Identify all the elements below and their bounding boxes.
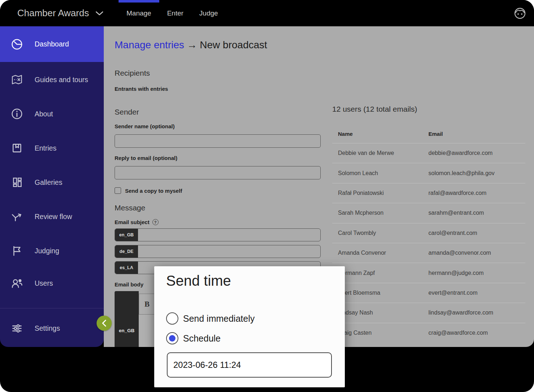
bold-button[interactable]: B	[144, 300, 150, 309]
user-name: Hermann Zapf	[332, 270, 428, 276]
flag-icon	[11, 245, 23, 257]
sidebar-item-settings[interactable]: Settings	[0, 318, 104, 338]
recipients-heading: Recipients	[115, 69, 150, 77]
user-email: hermann@judge.com	[428, 270, 525, 276]
user-email: sarahm@entrant.com	[428, 210, 525, 216]
user-name: Rafał Poniatowski	[332, 190, 428, 196]
sidebar: Dashboard Guides and tours About Entri	[0, 26, 104, 347]
user-name: Sarah Mcpherson	[332, 210, 428, 216]
sidebar-label-galleries: Galleries	[35, 178, 62, 187]
sidebar-collapse-button[interactable]	[97, 316, 112, 331]
radio-unselected-icon[interactable]	[166, 312, 178, 325]
locale-tag-en-gb: en_GB	[115, 229, 138, 241]
sidebar-item-dashboard[interactable]: Dashboard	[0, 26, 104, 62]
nav-manage-label: Manage	[126, 9, 151, 17]
send-copy-checkbox[interactable]	[115, 187, 121, 194]
user-email: carol@entrant.com	[428, 230, 525, 236]
user-name: Craig Casten	[332, 330, 428, 336]
app-window: Chamber Awards Manage Enter Judge Dashb	[0, 0, 534, 392]
breadcrumb: Manage entries → New broadcast	[115, 39, 267, 51]
user-name: Lindsay Nash	[332, 309, 428, 316]
email-subject-label: Email subject	[115, 219, 150, 225]
locale-tag-es-la: es_LA	[115, 262, 138, 274]
user-email: lindsay@awardforce.com	[428, 309, 525, 316]
account-switcher[interactable]: Chamber Awards	[17, 0, 103, 26]
subject-row-en-gb: en_GB	[115, 228, 321, 241]
reply-to-input[interactable]	[115, 166, 321, 179]
help-icon[interactable]: ?	[152, 219, 159, 225]
table-row: Lindsay Nash lindsay@awardforce.com	[332, 303, 525, 322]
sidebar-item-galleries[interactable]: Galleries	[0, 172, 104, 192]
map-icon	[11, 74, 23, 86]
funnel-arrow-icon	[11, 210, 23, 223]
sidebar-label-about: About	[35, 110, 53, 118]
brand-name: Chamber Awards	[17, 8, 89, 19]
sidebar-item-about[interactable]: About	[0, 104, 104, 124]
column-header-name: Name	[332, 131, 428, 137]
sidebar-label-dashboard: Dashboard	[35, 40, 69, 48]
user-avatar-icon[interactable]	[514, 7, 526, 19]
table-row: Evert Bloemsma evert@entrant.com	[332, 283, 525, 303]
recipients-value: Entrants with entries	[115, 86, 168, 92]
message-heading: Message	[115, 204, 145, 212]
table-row: Solomon Leach solomon.leach@phila.gov	[332, 163, 525, 183]
table-row: Rafał Poniatowski rafal@awardforce.com	[332, 183, 525, 203]
chevron-down-icon	[95, 11, 103, 16]
user-email: debbie@awardforce.com	[428, 150, 525, 156]
users-count-heading: 12 users (12 total emails)	[332, 105, 417, 113]
nav-enter[interactable]: Enter	[159, 0, 191, 26]
radio-selected-icon[interactable]	[166, 332, 178, 344]
send-time-dialog: Send time Send immediately Schedule	[154, 266, 345, 387]
sender-heading: Sender	[115, 108, 139, 116]
sender-name-label: Sender name (optional)	[115, 123, 175, 129]
page-title: New broadcast	[200, 39, 267, 50]
email-subject-label-row: Email subject ?	[115, 219, 159, 225]
option-send-immediately[interactable]: Send immediately	[166, 312, 255, 325]
nav-judge[interactable]: Judge	[191, 0, 226, 26]
top-navigation: Manage Enter Judge	[119, 0, 226, 26]
table-row: Amanda Convenor amanda@convenor.com	[332, 243, 525, 263]
table-row: Sarah Mcpherson sarahm@entrant.com	[332, 203, 525, 223]
locale-tag-de-de: de_DE	[115, 245, 138, 258]
top-bar: Chamber Awards Manage Enter Judge	[0, 0, 534, 26]
sidebar-label-guides-and-tours: Guides and tours	[35, 76, 88, 84]
breadcrumb-link-manage-entries[interactable]: Manage entries	[115, 39, 184, 50]
schedule-datetime-input[interactable]	[167, 352, 332, 378]
user-email: solomon.leach@phila.gov	[428, 170, 525, 177]
sidebar-label-settings: Settings	[35, 324, 60, 333]
sidebar-item-entries[interactable]: Entries	[0, 138, 104, 158]
send-copy-row: Send a copy to myself	[115, 187, 182, 194]
user-name: Carol Twombly	[332, 230, 428, 236]
sidebar-item-review-flow[interactable]: Review flow	[0, 206, 104, 227]
body-locale-tab-en-gb[interactable]: en_GB	[115, 291, 139, 347]
sidebar-label-judging: Judging	[35, 247, 59, 255]
option-schedule[interactable]: Schedule	[166, 332, 221, 344]
subject-input-de-de[interactable]	[138, 245, 320, 258]
sidebar-item-judging[interactable]: Judging	[0, 241, 104, 261]
chevron-left-icon	[102, 320, 107, 327]
user-name: Solomon Leach	[332, 170, 428, 177]
column-header-email: Email	[428, 131, 525, 137]
reply-to-label: Reply to email (optional)	[115, 155, 177, 161]
user-name: Evert Bloemsma	[332, 290, 428, 296]
sidebar-divider	[0, 308, 104, 308]
info-icon	[11, 108, 23, 120]
nav-manage[interactable]: Manage	[119, 0, 159, 26]
breadcrumb-arrow: →	[187, 39, 197, 50]
subject-row-de-de: de_DE	[115, 245, 321, 258]
user-email: craig@awardforce.com	[428, 330, 525, 336]
table-row: Craig Casten craig@awardforce.com	[332, 323, 525, 343]
sidebar-item-guides-and-tours[interactable]: Guides and tours	[0, 70, 104, 90]
gauge-icon	[11, 38, 23, 50]
table-row: Carol Twombly carol@entrant.com	[332, 223, 525, 243]
bookmark-icon	[11, 142, 23, 154]
user-email: amanda@convenor.com	[428, 250, 525, 256]
subject-input-en-gb[interactable]	[138, 229, 320, 241]
user-email: rafal@awardforce.com	[428, 190, 525, 196]
sidebar-item-users[interactable]: Users	[0, 273, 104, 293]
table-row: Debbie van de Merwe debbie@awardforce.co…	[332, 143, 525, 163]
sender-name-input[interactable]	[115, 134, 321, 148]
users-table: Name Email Debbie van de Merwe debbie@aw…	[332, 124, 525, 343]
nav-enter-label: Enter	[167, 9, 183, 17]
schedule-label: Schedule	[183, 333, 221, 344]
